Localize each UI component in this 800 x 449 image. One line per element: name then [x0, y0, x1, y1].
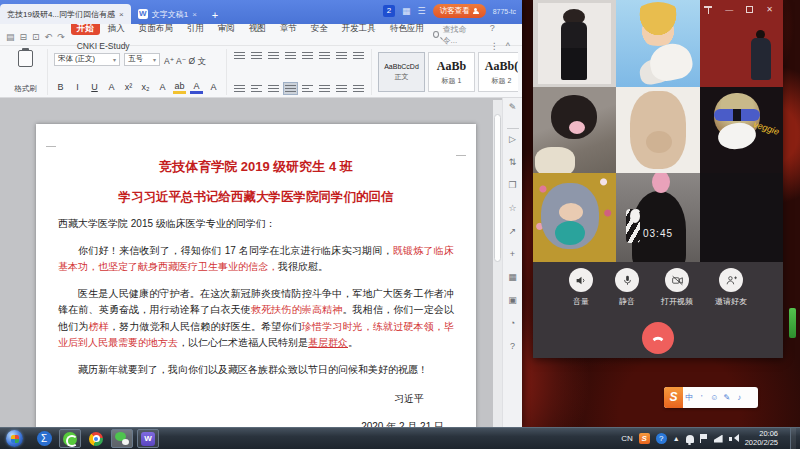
speaker-button[interactable]: 音量	[569, 268, 593, 307]
edit-icon[interactable]: ✎	[509, 102, 517, 112]
hangup-button[interactable]	[642, 322, 674, 354]
format-painter-button[interactable]: 格式刷	[14, 84, 37, 94]
style-正文[interactable]: AaBbCcDd正文	[378, 52, 425, 92]
decrease-indent-button[interactable]	[267, 50, 280, 61]
participant-teal-mask-yellow-bg[interactable]	[533, 173, 616, 262]
taskbar-green-browser[interactable]	[59, 429, 81, 448]
comment-icon[interactable]: +	[510, 249, 515, 259]
preview-icon[interactable]: ⊡	[32, 32, 40, 42]
style-标题 2[interactable]: AaBb(标题 2	[478, 52, 518, 92]
document-page[interactable]: 竞技体育学院 2019 级研究生 4 班 学习习近平总书记给西藏大学医学院同学们…	[36, 124, 476, 427]
new-tab-button[interactable]: +	[212, 9, 218, 21]
emoji-icon[interactable]: ☺	[708, 387, 721, 408]
clear-format[interactable]: Ø	[189, 56, 198, 66]
participant-sunglasses-mask-person[interactable]: veggie	[700, 87, 783, 173]
grid-icon[interactable]: ▦	[508, 272, 517, 282]
text-tools[interactable]: 文	[198, 56, 207, 66]
participant-anime-boy-with-dove[interactable]	[616, 0, 700, 87]
style-标题 1[interactable]: AaBb标题 1	[428, 52, 475, 92]
punctuation-icon[interactable]: ’	[696, 387, 709, 408]
participant-dark-camera-off[interactable]	[700, 173, 783, 262]
doc-tab-1[interactable]: 竞技19级研4...同学们回信有感×	[0, 4, 131, 24]
clock[interactable]: 20:06 2020/2/25	[745, 430, 784, 447]
maximize-icon[interactable]	[746, 6, 753, 13]
participant-beige-torso[interactable]	[616, 87, 700, 173]
taskbar-wechat[interactable]	[111, 429, 133, 448]
message-badge[interactable]: 2	[383, 5, 395, 17]
help-icon[interactable]: ?	[510, 341, 515, 351]
taskbar-sigma-app[interactable]: Σ	[33, 429, 55, 448]
handwriting-icon[interactable]: ✎	[721, 387, 734, 408]
strikethrough-button[interactable]: A	[105, 81, 118, 94]
apps-grid-icon[interactable]: ▦	[402, 5, 411, 17]
doc-tab-2[interactable]: W文字文稿1×	[131, 4, 204, 24]
font-name-select[interactable]: 宋体 (正文)▾	[54, 53, 120, 66]
share-icon[interactable]: ↗	[509, 226, 517, 236]
font-color-button[interactable]: A	[190, 81, 203, 94]
sogou-logo[interactable]: S	[664, 387, 683, 408]
participant-back-view-plush-toy[interactable]: 03:45	[616, 173, 700, 262]
tab-close-icon[interactable]: ×	[192, 10, 197, 19]
subscript-button[interactable]: x₂	[139, 81, 152, 94]
taskbar-w-shield-app[interactable]: W	[137, 429, 159, 448]
distribute-button[interactable]	[301, 83, 314, 94]
history-icon[interactable]: ◔	[510, 318, 515, 328]
vertical-scrollbar[interactable]	[493, 100, 502, 427]
network-icon[interactable]	[714, 435, 723, 443]
action-center-flag-icon[interactable]	[700, 434, 708, 443]
select-icon[interactable]: ▷	[509, 134, 516, 144]
save-icon[interactable]: ▤	[6, 32, 15, 42]
char-shading-button[interactable]: A	[207, 81, 220, 94]
find-command-box[interactable]: 查找命令...	[433, 24, 474, 46]
language-indicator[interactable]: CN	[621, 434, 633, 443]
decrease-font[interactable]: A⁻	[176, 56, 189, 66]
account-button[interactable]: 访客查看	[433, 4, 486, 18]
help-tray-icon[interactable]: ?	[656, 433, 667, 444]
tab-close-icon[interactable]: ×	[119, 10, 124, 19]
participant-pink-mask-person[interactable]	[533, 87, 616, 173]
star-icon[interactable]: ☆	[508, 203, 516, 213]
taskbar-chrome[interactable]	[85, 429, 107, 448]
sogou-tray-icon[interactable]: S	[639, 433, 650, 444]
char-border-button[interactable]: A	[156, 81, 169, 94]
highlight-color-button[interactable]: ab	[173, 81, 186, 94]
adjust-icon[interactable]: ⇅	[509, 157, 517, 167]
close-icon[interactable]: ✕	[766, 5, 773, 14]
invite-button[interactable]: 邀请好友	[715, 268, 747, 307]
minimize-icon[interactable]: —	[725, 5, 733, 14]
justify-button[interactable]	[284, 83, 297, 94]
print-icon[interactable]: ⊟	[20, 32, 28, 42]
image-icon[interactable]: ▣	[508, 295, 517, 305]
increase-indent-button[interactable]	[284, 50, 297, 61]
camera-off-button[interactable]: 打开视频	[661, 268, 693, 307]
scrollbar-thumb[interactable]	[494, 114, 501, 262]
line-spacing-button[interactable]	[318, 83, 331, 94]
sort-button[interactable]	[318, 50, 331, 61]
bold-button[interactable]: B	[54, 81, 67, 94]
volume-icon[interactable]	[729, 434, 739, 443]
show-desktop-button[interactable]	[790, 428, 796, 449]
paragraph-marks-button[interactable]	[335, 50, 348, 61]
insert-table-button[interactable]	[352, 50, 365, 61]
superscript-button[interactable]: x²	[122, 81, 135, 94]
start-button[interactable]	[6, 430, 23, 447]
borders-button[interactable]	[352, 83, 365, 94]
underline-button[interactable]: U	[88, 81, 101, 94]
lang-zh-icon[interactable]: 中	[683, 387, 696, 408]
italic-button[interactable]: I	[71, 81, 84, 94]
theme-icon[interactable]: ☰	[418, 5, 426, 17]
paste-button[interactable]	[18, 50, 33, 67]
participant-nike-sportswear-photo[interactable]	[533, 0, 616, 87]
skin-grid-icon[interactable]	[746, 387, 759, 408]
align-left-button[interactable]	[233, 83, 246, 94]
undo-icon[interactable]: ↶	[45, 32, 53, 42]
voice-icon[interactable]: ♪	[733, 387, 746, 408]
help-icon[interactable]: ?	[490, 23, 495, 33]
tray-expand-icon[interactable]: ▲	[673, 435, 680, 442]
bullets-button[interactable]	[233, 50, 246, 61]
edge-widget[interactable]	[789, 308, 796, 338]
pin-icon[interactable]	[704, 5, 712, 14]
numbering-button[interactable]	[250, 50, 263, 61]
align-center-button[interactable]	[250, 83, 263, 94]
text-direction-button[interactable]	[301, 50, 314, 61]
